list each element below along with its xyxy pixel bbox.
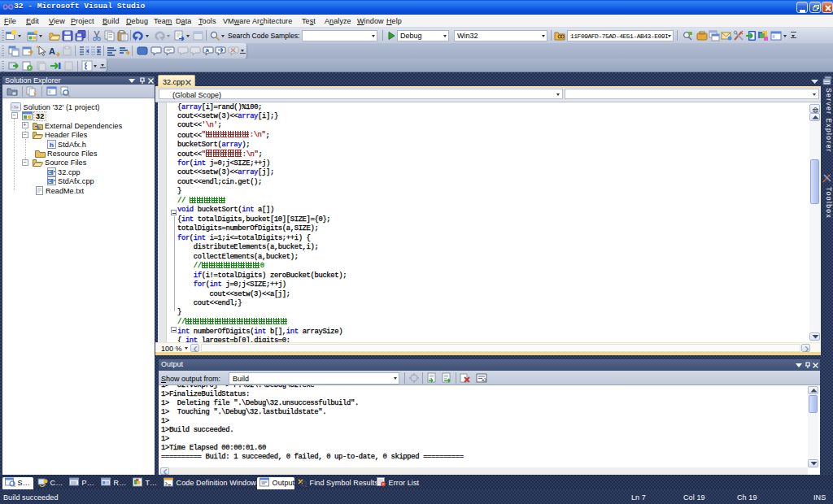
svg-text:A: A: [49, 46, 55, 56]
svg-text:h: h: [50, 141, 54, 148]
svg-text:C: C: [48, 170, 52, 175]
svg-text:C: C: [48, 179, 52, 184]
